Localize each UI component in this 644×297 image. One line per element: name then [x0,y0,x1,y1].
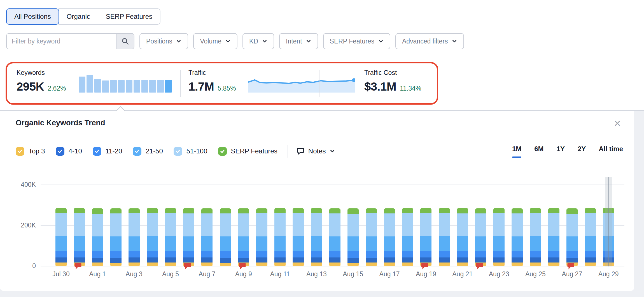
range-tab-1y[interactable]: 1Y [557,145,565,158]
range-tab-2y[interactable]: 2Y [578,145,586,158]
legend-checkbox-51-100[interactable] [174,147,182,156]
segment-serp-features [165,208,176,213]
traffic-cost-metric-card[interactable]: Traffic Cost $3.1M 11.34% [364,69,421,93]
segment-51-100 [493,213,505,236]
bar-aug-1[interactable] [92,208,103,266]
segment-11-20 [457,251,468,257]
bar-aug-23[interactable] [493,208,505,266]
segment-21-50 [201,236,213,251]
bar-aug-3[interactable] [129,208,140,266]
segment-4-10 [74,257,85,263]
segment-51-100 [256,213,267,236]
bar-aug-5[interactable] [165,208,176,266]
keyword-filter-input[interactable] [7,34,116,49]
bar-aug-25[interactable] [530,208,541,266]
filter-kd[interactable]: KD [242,33,274,49]
legend-21-50[interactable]: 21-50 [133,147,163,156]
filter-intent[interactable]: Intent [279,33,318,49]
legend-checkbox-top-3[interactable] [16,147,24,156]
bar-aug-22[interactable] [475,208,486,266]
legend-checkbox-21-50[interactable] [133,147,141,156]
note-flag-aug-22[interactable] [476,263,483,271]
segment-51-100 [402,213,413,236]
note-flag-jul-31[interactable] [74,263,82,271]
segment-serp-features [274,208,286,213]
notes-dropdown[interactable]: Notes [297,147,335,155]
legend-11-20[interactable]: 11-20 [93,147,122,156]
keywords-metric-card[interactable]: Keywords 295K 2.62% [17,69,66,93]
x-axis-label: Aug 27 [562,270,582,278]
legend-checkbox-4-10[interactable] [56,147,64,156]
bar-aug-10[interactable] [256,208,267,266]
legend-top-3[interactable]: Top 3 [16,147,45,156]
bar-aug-4[interactable] [147,208,158,266]
segment-top-3 [165,263,176,266]
range-tab-6m[interactable]: 6M [534,145,543,158]
segment-21-50 [329,236,340,251]
segment-21-50 [548,236,559,251]
segment-4-10 [512,257,523,263]
segment-serp-features [256,208,267,213]
legend-checkbox-11-20[interactable] [93,147,101,156]
tab-serp-features[interactable]: SERP Features [98,8,160,25]
segment-serp-features [329,208,340,213]
bar-aug-17[interactable] [384,208,395,266]
bar-aug-14[interactable] [329,208,340,266]
segment-11-20 [147,251,158,257]
bar-aug-20[interactable] [439,208,450,266]
bar-jul-31[interactable] [74,208,85,266]
segment-21-50 [165,236,176,251]
bar-aug-15[interactable] [347,208,359,266]
bar-aug-26[interactable] [548,208,559,266]
traffic-metric-card[interactable]: Traffic 1.7M 5.85% [188,69,236,93]
range-tab-1m[interactable]: 1M [512,145,521,158]
close-icon[interactable]: ✕ [614,119,621,128]
legend-serp-features[interactable]: SERP Features [218,147,277,156]
bar-aug-2[interactable] [110,208,122,266]
segment-51-100 [420,213,431,236]
bar-aug-9[interactable] [238,208,249,266]
segment-4-10 [274,257,286,263]
bar-aug-27[interactable] [566,208,578,266]
bar-aug-11[interactable] [274,208,286,266]
filter-volume[interactable]: Volume [193,33,237,49]
x-axis-label: Aug 19 [416,270,436,278]
bar-aug-8[interactable] [220,208,231,266]
bar-aug-24[interactable] [512,208,523,266]
legend-checkbox-serp-features[interactable] [218,147,227,156]
tab-organic[interactable]: Organic [59,8,98,25]
segment-21-50 [566,236,578,251]
filter-serp-features[interactable]: SERP Features [323,33,390,49]
bar-aug-7[interactable] [201,208,213,266]
note-flag-aug-6[interactable] [184,263,191,271]
bar-aug-18[interactable] [402,208,413,266]
bar-aug-16[interactable] [366,208,377,266]
segment-top-3 [329,263,340,266]
mini-bar [149,80,156,93]
segment-4-10 [475,257,486,263]
check-icon [220,149,225,154]
note-flag-aug-27[interactable] [567,263,575,271]
bar-aug-28[interactable] [585,208,596,266]
bar-aug-13[interactable] [311,208,322,266]
segment-4-10 [384,257,395,263]
bar-aug-6[interactable] [183,208,194,266]
search-button[interactable] [116,34,134,49]
bar-aug-21[interactable] [457,208,468,266]
legend-51-100[interactable]: 51-100 [174,147,207,156]
keywords-change: 2.62% [48,85,66,92]
bar-aug-19[interactable] [420,208,431,266]
segment-serp-features [402,208,413,213]
note-flag-icon [421,263,428,271]
bar-aug-12[interactable] [293,208,304,266]
note-flag-aug-9[interactable] [239,263,246,271]
filter-positions[interactable]: Positions [139,33,188,49]
bar-jul-30[interactable] [55,208,67,266]
range-tab-all-time[interactable]: All time [599,145,623,158]
y-axis-label: 200K [13,222,36,229]
tab-all-positions[interactable]: All Positions [6,8,59,25]
note-flag-aug-19[interactable] [421,263,428,271]
chevron-down-icon [176,38,181,44]
legend-4-10[interactable]: 4-10 [56,147,82,156]
filter-advanced-filters[interactable]: Advanced filters [395,33,464,49]
